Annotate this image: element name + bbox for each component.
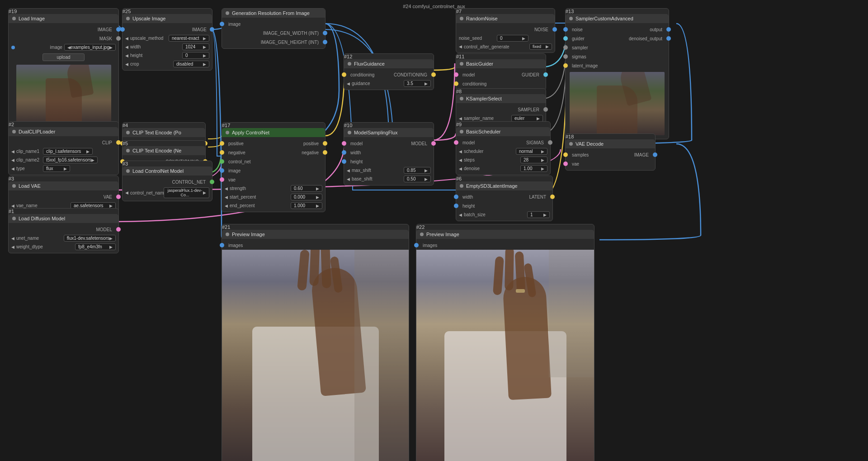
- dot-p22-images-in: [414, 243, 419, 247]
- ks-sampler-value[interactable]: euler ▶: [511, 115, 543, 122]
- dot-sc-sampler-in: [563, 45, 568, 50]
- node-header-dual-clip: DualCLIPLoader: [9, 127, 118, 136]
- node-id-9: #9: [456, 122, 462, 127]
- rn-seed-value[interactable]: 0 ▶: [497, 35, 528, 42]
- node-id-17: #17: [222, 123, 230, 128]
- clip-name1-value[interactable]: clip_l.safetensors ▶: [43, 148, 93, 155]
- rn-control-value[interactable]: fixed ▶: [529, 43, 552, 50]
- node-id-25: #25: [123, 9, 131, 14]
- node-title-gen-res: Generation Resolution From Image: [232, 10, 310, 16]
- dot-vd-image-out: [653, 152, 657, 157]
- node-sampler-custom: #13 SamplerCustomAdvanced noise output g…: [565, 8, 669, 139]
- node-id-18: #18: [566, 134, 574, 139]
- dot-vd-samples-in: [563, 152, 568, 157]
- sched-steps-value[interactable]: 28 ▶: [520, 157, 547, 163]
- node-id-4: #4: [123, 123, 128, 128]
- ac-end-value[interactable]: 1.000 ▶: [291, 202, 322, 209]
- node-header-flux-guidance: FluxGuidance: [344, 59, 434, 68]
- dot-rn-noise-out: [552, 27, 557, 32]
- node-basic-scheduler: #9 BasicScheduler model SIGMAS ◀ schedul…: [456, 121, 551, 175]
- node-header-scheduler: BasicScheduler: [456, 127, 550, 136]
- dot-vd-vae-in: [563, 162, 568, 166]
- node-id-12: #12: [344, 54, 352, 59]
- image-value[interactable]: ◀ examples_input.jpg ▶: [64, 44, 116, 51]
- ac-start-value[interactable]: 0.000 ▶: [291, 194, 322, 200]
- dot-bg-cond-in: [454, 81, 458, 86]
- node-load-controlnet: #3 Load ControlNet Model CONTROL_NET ◀ c…: [122, 161, 212, 201]
- dot-fg-cond-in: [342, 72, 346, 77]
- dot-ms-model-out: [431, 141, 436, 146]
- upscale-crop-value[interactable]: disabled ▶: [173, 61, 209, 67]
- node-vae-decode: #18 VAE Decode samples IMAGE vae: [565, 133, 656, 171]
- node-header-random-noise: RandomNoise: [456, 14, 555, 23]
- node-id-8: #8: [456, 89, 462, 94]
- node-title-vae-decode: VAE Decode: [576, 141, 604, 147]
- node-preview-21: #21 Preview Image images: [222, 224, 409, 461]
- node-header-clip-neg: CLIP Text Encode (Ne: [123, 146, 205, 155]
- clip-type-value[interactable]: flux ▶: [43, 165, 70, 172]
- node-id-13: #13: [566, 9, 574, 14]
- dot-upscale-image-out: [210, 27, 214, 32]
- node-title-load-image: Load Image: [19, 16, 45, 21]
- node-header-preview-21: Preview Image: [222, 230, 409, 239]
- upload-row[interactable]: upload: [9, 52, 118, 63]
- node-title-clip-neg: CLIP Text Encode (Ne: [132, 148, 181, 153]
- sched-scheduler-value[interactable]: normal ▶: [516, 148, 547, 155]
- fg-guidance-value[interactable]: 3.5 ▶: [404, 80, 431, 87]
- upscale-width-value[interactable]: 1024 ▶: [182, 43, 209, 50]
- node-title-preview-22: Preview Image: [426, 232, 459, 237]
- dot-el-latent-out: [550, 195, 555, 199]
- dot-ac-controlnet-in: [220, 159, 224, 164]
- node-header-controlnet: Load ControlNet Model: [123, 166, 212, 176]
- upload-button[interactable]: upload: [42, 53, 84, 61]
- node-basic-guider: #11 BasicGuider model GUIDER conditionin…: [456, 53, 546, 90]
- upscale-method-value[interactable]: nearest-exact ▶: [169, 35, 209, 42]
- node-title-controlnet: Load ControlNet Model: [132, 168, 184, 174]
- node-title-load-vae: Load VAE: [19, 183, 41, 189]
- dot-sc-guider-in: [563, 36, 568, 41]
- dot-sc-noise-in: [563, 27, 568, 32]
- el-batchsize-value[interactable]: 1 ▶: [527, 211, 550, 218]
- node-id-2: #2: [9, 122, 14, 127]
- node-header-empty-latent: EmptySD3LatentImage: [456, 181, 552, 190]
- node-header-ksampler: KSamplerSelect: [456, 94, 546, 103]
- diffusion-dtype-value[interactable]: fp8_e4m3fn ▶: [75, 243, 116, 250]
- clip-name2-value[interactable]: t5xxl_fp16.safetensors ▶: [43, 157, 98, 163]
- diffusion-unet-value[interactable]: flux1-dev.safetensors ▶: [64, 235, 116, 242]
- node-header-preview-22: Preview Image: [416, 230, 594, 239]
- controlnet-name-value[interactable]: jasperalFlux.1-dev-Co... ▶: [164, 187, 209, 198]
- dot-upscale-image-in: [120, 27, 125, 32]
- dot-ac-vae-in: [220, 177, 224, 182]
- node-random-noise: #7 RandomNoise NOISE noise_seed 0 ▶ ◀ co…: [456, 8, 555, 53]
- node-title-scheduler: BasicScheduler: [466, 129, 500, 134]
- node-title-model-sampling: ModelSamplingFlux: [354, 130, 398, 135]
- sampler-output-thumbnail: [570, 72, 665, 135]
- dot-fg-cond-out: [431, 72, 436, 77]
- node-title-flux-guidance: FluxGuidance: [354, 61, 385, 67]
- dot-vae-out: [116, 195, 121, 199]
- dot-ac-pos-out: [323, 141, 327, 146]
- node-load-diffusion: #1 Load Diffusion Model MODEL ◀ unet_nam…: [8, 208, 119, 253]
- upscale-height-value[interactable]: 0 ▶: [182, 52, 209, 59]
- dot-sc-output-out: [666, 27, 671, 32]
- node-apply-controlnet: #17 Apply ControlNet positive positive n…: [222, 122, 326, 212]
- node-id-11: #11: [456, 54, 464, 59]
- dot-el-height-in: [454, 204, 458, 208]
- node-header-basic-guider: BasicGuider: [456, 59, 546, 68]
- ms-maxshift-value[interactable]: 0.85 ▶: [404, 167, 431, 174]
- dot-sched-sigmas-out: [548, 140, 552, 145]
- node-header-upscale: Upscale Image: [123, 14, 212, 23]
- preview-22-image: [416, 250, 594, 461]
- dot-genres-width-out: [323, 31, 327, 35]
- ac-strength-value[interactable]: 0.60 ▶: [291, 185, 322, 192]
- node-gen-resolution: Generation Resolution From Image image I…: [222, 8, 326, 49]
- node-model-sampling: #10 ModelSamplingFlux model MODEL width …: [344, 122, 434, 185]
- preview-21-image: [222, 250, 409, 461]
- dot-diffusion-model-out: [116, 227, 121, 232]
- node-title-preview-21: Preview Image: [232, 232, 265, 237]
- dot-ms-model-in: [342, 141, 346, 146]
- dot-bg-guider-out: [543, 72, 548, 77]
- node-title-load-diffusion: Load Diffusion Model: [19, 216, 65, 221]
- ms-baseshift-value[interactable]: 0.50 ▶: [404, 176, 431, 182]
- sched-denoise-value[interactable]: 1.00 ▶: [520, 165, 547, 172]
